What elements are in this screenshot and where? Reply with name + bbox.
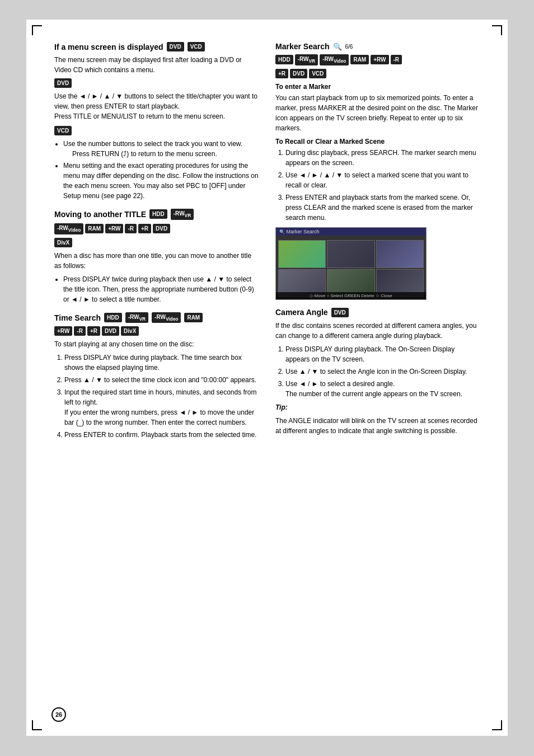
dvd-text: Use the ◄ / ► / ▲ / ▼ buttons to select … — [54, 91, 259, 121]
recall-marker-title: To Recall or Clear a Marked Scene — [275, 138, 480, 145]
badge-vcd-marker: VCD — [309, 69, 326, 78]
badge-rwvideo-time: -RWVideo — [152, 312, 181, 323]
vcd-bullet-1: Use the number buttons to select the tra… — [63, 139, 259, 159]
badge-plusr-time: +R — [87, 326, 100, 336]
page-number: 26 — [51, 707, 66, 722]
badge-dvd: DVD — [54, 78, 72, 88]
time-intro: To start playing at any chosen time on t… — [54, 339, 259, 349]
badge-vcd: VCD — [54, 126, 72, 135]
marker-badge-row2: +R DVD VCD — [275, 69, 480, 78]
badge-hdd-marker: HDD — [275, 55, 293, 64]
time-steps-list: Press DISPLAY twice during playback. The… — [64, 353, 259, 440]
corner-mark-bl — [32, 720, 42, 730]
camera-step-2: Use ▲ / ▼ to select the Angle icon in th… — [285, 367, 480, 377]
badge-divx-title: DivX — [54, 238, 72, 247]
badge-rwvr-title: -RWVR — [171, 209, 194, 220]
badge-minusr-title: -R — [125, 224, 137, 233]
time-step-2: Press ▲ / ▼ to select the time clock ico… — [64, 375, 259, 385]
recall-marker-steps: During disc playback, press SEARCH. The … — [285, 148, 480, 223]
badge-vcd-menu: VCD — [188, 42, 205, 51]
badge-dvd-menu: DVD — [167, 42, 184, 51]
time-step-4: Press ENTER to confirm. Playback starts … — [64, 430, 259, 440]
badge-dvd-time: DVD — [102, 326, 119, 336]
badge-plusrw-title: +RW — [105, 224, 123, 233]
tip-text: The ANGLE indicator will blink on the TV… — [275, 416, 480, 436]
menu-intro: The menu screen may be displayed first a… — [54, 55, 259, 75]
recall-step-2: Use ◄ / ► / ▲ / ▼ to select a marked sce… — [285, 170, 480, 190]
vcd-badge-row: VCD — [54, 126, 259, 135]
badge-hdd-title: HDD — [149, 209, 167, 219]
page-indicator: 6/6 — [345, 44, 353, 50]
recall-step-3: Press ENTER and playback starts from the… — [285, 192, 480, 223]
section-camera-heading: Camera Angle DVD — [275, 308, 480, 317]
badge-rwvr-marker: -RWVR — [295, 54, 318, 65]
tip-label: Tip: — [275, 402, 480, 412]
marker-cell-1 — [278, 240, 326, 268]
badge-dvd-marker: DVD — [290, 69, 307, 78]
section-time: Time Search HDD -RWVR -RWVideo RAM +RW -… — [54, 312, 259, 440]
camera-steps-list: Press DISPLAY during playback. The On-Sc… — [285, 344, 480, 399]
section-marker: Marker Search 🔍 6/6 HDD -RWVR -RWVideo R… — [275, 42, 480, 300]
camera-step-3: Use ◄ / ► to select a desired angle.The … — [285, 379, 480, 399]
badge-plusr-marker: +R — [275, 69, 288, 78]
badge-ram-title: RAM — [85, 224, 104, 233]
section-camera: Camera Angle DVD If the disc contains sc… — [275, 308, 480, 436]
enter-marker-text: You can start playback from up to six me… — [275, 93, 480, 133]
section-menu: If a menu screen is displayed DVD VCD Th… — [54, 42, 259, 201]
content-grid: If a menu screen is displayed DVD VCD Th… — [54, 42, 480, 448]
title-badge-row2: -RWVideo RAM +RW -R +R DVD — [54, 223, 259, 234]
badge-dvd-camera: DVD — [331, 308, 349, 317]
marker-search-image: 🔍 Marker Search ◇ Move ○ Select GREEN De… — [275, 227, 427, 300]
title-badge-row3: DivX — [54, 238, 259, 247]
marker-search-icon: 🔍 — [333, 43, 342, 51]
camera-intro: If the disc contains scenes recorded at … — [275, 321, 480, 341]
badge-minusr-marker: -R — [391, 55, 402, 64]
corner-mark-tr — [492, 25, 502, 35]
left-column: If a menu screen is displayed DVD VCD Th… — [54, 42, 259, 448]
marker-cell-2 — [327, 240, 374, 268]
camera-step-1: Press DISPLAY during playback. The On-Sc… — [285, 344, 480, 364]
title-bullet-list: Press DISPLAY twice during playback then… — [63, 274, 259, 304]
recall-step-1: During disc playback, press SEARCH. The … — [285, 148, 480, 168]
badge-ram-time: RAM — [184, 313, 203, 322]
badge-dvd-title: DVD — [153, 224, 170, 233]
badge-plusr-title: +R — [138, 224, 151, 233]
section-menu-title: If a menu screen is displayed DVD VCD — [54, 42, 259, 51]
marker-badge-row1: HDD -RWVR -RWVideo RAM +RW -R — [275, 54, 480, 65]
badge-hdd-time: HDD — [104, 313, 122, 322]
title-intro: When a disc has more than one title, you… — [54, 251, 259, 271]
section-marker-heading: Marker Search 🔍 6/6 — [275, 42, 480, 51]
vcd-bullet-2: Menu setting and the exact operating pro… — [63, 161, 259, 201]
section-time-heading: Time Search HDD -RWVR -RWVideo RAM — [54, 312, 259, 323]
marker-image-title-bar: 🔍 Marker Search — [276, 228, 426, 236]
badge-rwvideo-title: -RWVideo — [54, 223, 83, 234]
marker-cell-3 — [376, 240, 424, 268]
badge-rwvideo-marker: -RWVideo — [320, 54, 349, 65]
badge-minusr-time: -R — [74, 326, 86, 336]
badge-plusrw-time: +RW — [54, 326, 72, 336]
page: If a menu screen is displayed DVD VCD Th… — [26, 20, 508, 736]
time-step-3: Input the required start time in hours, … — [64, 387, 259, 428]
dvd-badge-row: DVD — [54, 78, 259, 88]
section-title-heading: Moving to another TITLE HDD -RWVR — [54, 209, 259, 220]
vcd-bullet-list: Use the number buttons to select the tra… — [63, 139, 259, 201]
corner-mark-br — [492, 720, 502, 730]
title-bullet-1: Press DISPLAY twice during playback then… — [63, 274, 259, 304]
badge-ram-marker: RAM — [350, 55, 369, 64]
marker-image-bar: ◇ Move ○ Select GREEN Delete ☆ Close — [276, 292, 426, 299]
corner-mark-tl — [32, 25, 42, 35]
badge-divx-time: DivX — [121, 326, 139, 336]
time-badge-row2: +RW -R +R DVD DivX — [54, 326, 259, 336]
time-step-1: Press DISPLAY twice during playback. The… — [64, 353, 259, 373]
badge-plusrw-marker: +RW — [371, 55, 388, 64]
section-title: Moving to another TITLE HDD -RWVR -RWVid… — [54, 209, 259, 304]
right-column: Marker Search 🔍 6/6 HDD -RWVR -RWVideo R… — [275, 42, 480, 448]
marker-icon-small: 🔍 — [279, 229, 285, 234]
enter-marker-title: To enter a Marker — [275, 83, 480, 91]
badge-rwvr-time: -RWVR — [125, 312, 148, 323]
